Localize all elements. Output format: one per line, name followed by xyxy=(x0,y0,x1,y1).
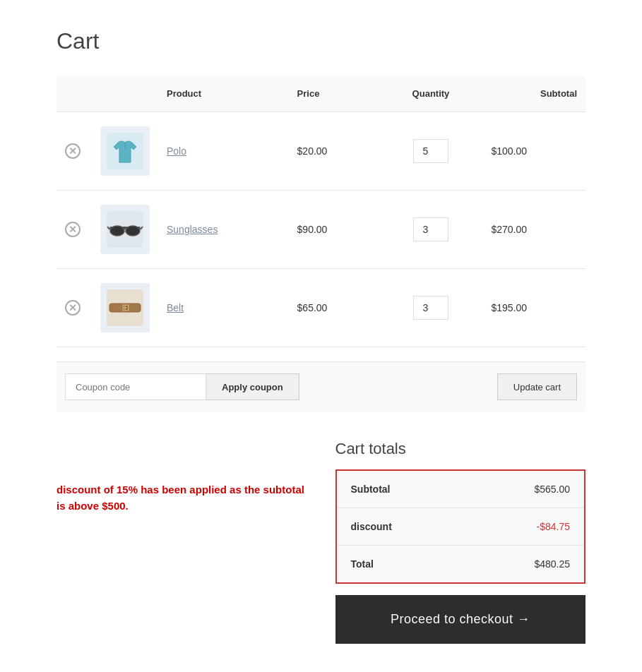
qty-cell-0 xyxy=(379,112,483,191)
col-header-remove xyxy=(57,76,92,112)
page-title: Cart xyxy=(57,28,585,54)
product-subtotal-1: $270.00 xyxy=(491,224,527,235)
subtotal-cell-0: $100.00 xyxy=(482,112,585,191)
product-thumbnail-1 xyxy=(100,205,150,254)
cart-totals-title: Cart totals xyxy=(335,440,586,458)
remove-icon-2: ✕ xyxy=(65,300,81,316)
totals-subtotal-row: Subtotal $565.00 xyxy=(337,471,585,508)
product-subtotal-0: $100.00 xyxy=(491,145,527,157)
svg-point-4 xyxy=(126,226,140,236)
product-thumbnail-0 xyxy=(100,126,150,176)
price-cell-2: $65.00 xyxy=(289,269,379,347)
price-cell-1: $90.00 xyxy=(289,191,379,269)
product-price-1: $90.00 xyxy=(297,224,328,235)
proceed-to-checkout-button[interactable]: Proceed to checkout → xyxy=(335,595,586,644)
quantity-input-2[interactable] xyxy=(413,296,448,320)
coupon-row: Apply coupon Update cart xyxy=(57,361,585,412)
col-header-thumb xyxy=(92,76,158,112)
remove-item-button-2[interactable]: ✕ xyxy=(65,300,81,316)
totals-total-row: Total $480.25 xyxy=(337,546,585,582)
bottom-section: discount of 15% has been applied as the … xyxy=(57,440,585,644)
name-cell-0: Polo xyxy=(158,112,289,191)
quantity-input-0[interactable] xyxy=(413,139,448,163)
col-header-price: Price xyxy=(289,76,379,112)
name-cell-2: Belt xyxy=(158,269,289,347)
product-price-2: $65.00 xyxy=(297,302,328,313)
cart-totals: Cart totals Subtotal $565.00 discount -$… xyxy=(335,440,586,644)
totals-total-value: $480.25 xyxy=(534,558,570,570)
product-link-0[interactable]: Polo xyxy=(167,145,186,157)
price-cell-0: $20.00 xyxy=(289,112,379,191)
thumb-cell-0 xyxy=(92,112,158,191)
col-header-quantity: Quantity xyxy=(379,76,483,112)
thumb-cell-1 xyxy=(92,191,158,269)
cart-table: Product Price Quantity Subtotal ✕ xyxy=(57,76,585,347)
table-row: ✕ Belt $65.00 xyxy=(57,269,585,347)
name-cell-1: Sunglasses xyxy=(158,191,289,269)
product-link-2[interactable]: Belt xyxy=(167,302,184,313)
remove-icon-1: ✕ xyxy=(65,222,81,237)
product-link-1[interactable]: Sunglasses xyxy=(167,224,218,235)
col-header-subtotal: Subtotal xyxy=(482,76,585,112)
qty-cell-2 xyxy=(379,269,483,347)
remove-cell-0: ✕ xyxy=(57,112,92,191)
product-subtotal-2: $195.00 xyxy=(491,302,527,313)
totals-box: Subtotal $565.00 discount -$84.75 Total … xyxy=(335,469,586,584)
quantity-input-1[interactable] xyxy=(413,217,448,241)
thumb-cell-2 xyxy=(92,269,158,347)
remove-cell-1: ✕ xyxy=(57,191,92,269)
totals-subtotal-label: Subtotal xyxy=(351,484,391,495)
totals-discount-value: -$84.75 xyxy=(537,521,570,532)
product-thumbnail-2 xyxy=(100,283,150,332)
update-cart-button[interactable]: Update cart xyxy=(497,373,577,400)
col-header-product: Product xyxy=(158,76,289,112)
discount-notice: discount of 15% has been applied as the … xyxy=(57,482,307,514)
apply-coupon-button[interactable]: Apply coupon xyxy=(206,373,299,400)
totals-subtotal-value: $565.00 xyxy=(534,484,570,495)
remove-item-button-0[interactable]: ✕ xyxy=(65,143,81,159)
product-price-0: $20.00 xyxy=(297,145,328,157)
svg-point-3 xyxy=(110,226,124,236)
coupon-input[interactable] xyxy=(65,373,206,400)
totals-discount-row: discount -$84.75 xyxy=(337,508,585,546)
table-row: ✕ Sunglasses $90.00 xyxy=(57,191,585,269)
table-row: ✕ Polo $20.00 $100.00 xyxy=(57,112,585,191)
subtotal-cell-2: $195.00 xyxy=(482,269,585,347)
remove-item-button-1[interactable]: ✕ xyxy=(65,222,81,237)
subtotal-cell-1: $270.00 xyxy=(482,191,585,269)
remove-cell-2: ✕ xyxy=(57,269,92,347)
totals-discount-label: discount xyxy=(351,521,392,532)
totals-total-label: Total xyxy=(351,558,374,570)
remove-icon-0: ✕ xyxy=(65,143,81,159)
qty-cell-1 xyxy=(379,191,483,269)
